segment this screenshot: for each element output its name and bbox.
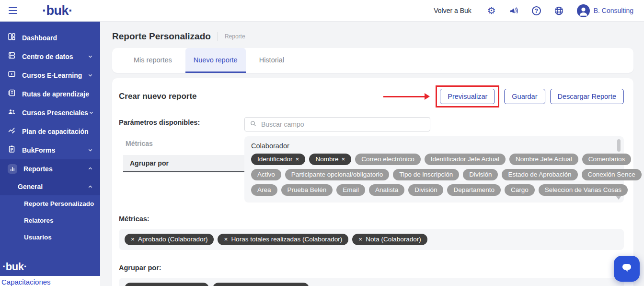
field-chip[interactable]: Activo	[251, 169, 281, 180]
sidebar-item-label: Centro de datos	[22, 53, 73, 60]
remove-icon: ×	[358, 236, 362, 243]
sidebar-item-cursos-elearning[interactable]: Cursos E-Learning	[0, 66, 100, 84]
group-chip[interactable]: ×Identificador (Colaborador)	[213, 283, 309, 286]
volver-a-buk-link[interactable]: Volver a Buk	[434, 7, 472, 14]
available-fields-panel: Colaborador Identificador× Nombre× Corre…	[244, 136, 624, 203]
field-chip[interactable]: Correo electrónico	[355, 154, 420, 165]
field-chip-selected[interactable]: Identificador×	[251, 154, 305, 165]
field-chip[interactable]: División	[463, 169, 498, 180]
tab-mis-reportes[interactable]: Mis reportes	[126, 48, 180, 73]
panel-scrollbar-thumb[interactable]	[617, 139, 621, 152]
previsualizar-button[interactable]: Previsualizar	[440, 89, 495, 104]
metric-chip[interactable]: ×Aprobado (Colaborador)	[125, 234, 214, 245]
parameters-left-column: Parámetros disponibles: Métricas Agrupar…	[119, 117, 244, 203]
field-category-label: Colaborador	[251, 142, 611, 150]
search-icon	[250, 120, 257, 129]
sidebar-item-plan-de-capacitacion[interactable]: Plan de capacitación	[0, 122, 100, 141]
chat-bubble-icon	[620, 261, 633, 276]
menu-icon[interactable]	[9, 7, 17, 14]
metricas-heading: Métricas:	[119, 215, 624, 223]
metric-chip[interactable]: ×Horas totales realizadas (Colaborador)	[218, 234, 348, 245]
field-chip-selected[interactable]: Nombre×	[309, 154, 351, 165]
sidebar-item-label: Cursos E-Learning	[22, 72, 82, 79]
field-chip-row: Identificador× Nombre× Correo electrónic…	[251, 154, 611, 165]
main-content: Reporte Personalizado Reporte Mis report…	[100, 22, 644, 286]
agrupar-por-heading: Agrupar por:	[119, 264, 624, 272]
book-icon	[8, 89, 16, 99]
sidebar-item-label: Dashboard	[22, 34, 57, 42]
remove-icon: ×	[296, 155, 299, 163]
globe-icon[interactable]	[554, 6, 564, 16]
buk-footer-logo: ·buk·	[2, 261, 27, 273]
dashboard-icon	[8, 33, 16, 43]
field-chip[interactable]: Tipo de inscripción	[393, 169, 459, 180]
chevron-down-icon	[87, 53, 93, 60]
field-chip[interactable]: Analista	[369, 184, 404, 196]
search-input[interactable]	[261, 120, 425, 128]
sidebar-item-reportes[interactable]: Reportes	[0, 159, 100, 178]
group-chip[interactable]: ×Nombre (Colaborador)	[125, 283, 209, 286]
avatar	[577, 4, 590, 17]
create-report-card: Crear nuevo reporte Previsualizar Guarda…	[112, 78, 633, 286]
capacitaciones-link[interactable]: Capacitaciones	[0, 276, 100, 286]
remove-icon: ×	[131, 236, 135, 243]
field-chip[interactable]: Seleccion de Varias Cosas	[539, 184, 628, 196]
metric-chip[interactable]: ×Nota (Colaborador)	[352, 234, 427, 245]
annotation-arrow	[383, 93, 430, 100]
field-chip[interactable]: Estado de Aprobación	[502, 169, 577, 180]
field-chip[interactable]: Prueba Belén	[281, 184, 333, 196]
chevron-up-icon	[87, 166, 93, 172]
chevron-down-icon	[88, 109, 94, 116]
sidebar-item-reporte-personalizado[interactable]: Reporte Personalizado	[0, 195, 100, 212]
field-chip[interactable]: Cargo	[505, 184, 535, 196]
field-chip[interactable]: Conexión Sence	[582, 169, 642, 180]
annotation-highlight-box: Previsualizar	[436, 85, 499, 107]
database-icon	[8, 51, 16, 61]
settings-icon[interactable]: ⚙	[487, 6, 496, 15]
remove-icon: ×	[341, 155, 345, 163]
guardar-button[interactable]: Guardar	[504, 89, 545, 104]
field-chip[interactable]: Departamento	[447, 184, 501, 196]
account-menu[interactable]: B. Consulting	[577, 4, 633, 17]
tab-nuevo-reporte[interactable]: Nuevo reporte	[185, 48, 246, 73]
sidebar-subsection-label: General	[18, 183, 43, 191]
field-chip[interactable]: Area	[251, 184, 277, 196]
sidebar-item-usuarios[interactable]: Usuarios	[0, 229, 100, 246]
sidebar-item-centro-de-datos[interactable]: Centro de datos	[0, 47, 100, 66]
tab-historial[interactable]: Historial	[251, 48, 292, 73]
sidebar-item-general[interactable]: General	[0, 178, 100, 195]
panel-scroll-down-arrow[interactable]	[616, 196, 621, 200]
field-chip[interactable]: Identificador Jefe Actual	[425, 154, 506, 165]
field-chip[interactable]: Comentarios	[582, 154, 632, 165]
param-tab-agrupar-por[interactable]: Agrupar por	[123, 155, 244, 172]
video-screen-icon	[8, 70, 16, 80]
sidebar-item-label: Cursos Presenciales	[22, 109, 88, 117]
param-tab-metricas[interactable]: Métricas	[119, 136, 244, 152]
megaphone-icon[interactable]	[509, 6, 519, 16]
card-actions: Previsualizar Guardar Descargar Reporte	[383, 85, 624, 107]
account-name: B. Consulting	[594, 7, 633, 14]
sidebar-item-cursos-presenciales[interactable]: Cursos Presenciales	[0, 103, 100, 122]
chat-widget-button[interactable]	[614, 256, 640, 282]
metricas-selected-panel: ×Aprobado (Colaborador) ×Horas totales r…	[119, 229, 624, 250]
sidebar-item-rutas-de-aprendizaje[interactable]: Rutas de aprendizaje	[0, 84, 100, 103]
help-icon[interactable]: ?	[532, 6, 541, 15]
sidebar-item-bukforms[interactable]: BukForms	[0, 141, 100, 159]
page-title: Reporte Personalizado	[112, 31, 211, 42]
sidebar-footer: ·buk·	[0, 252, 100, 276]
breadcrumb-divider	[218, 32, 218, 41]
app-window: ·buk· Volver a Buk ⚙ ?	[0, 0, 644, 286]
descargar-reporte-button[interactable]: Descargar Reporte	[550, 89, 624, 104]
field-chip[interactable]: Participante opcional/obligatorio	[285, 169, 389, 180]
sidebar-item-label: BukForms	[22, 146, 55, 154]
sidebar-nav: Dashboard Centro de datos	[0, 22, 100, 252]
sidebar-item-relatores[interactable]: Relatores	[0, 212, 100, 229]
sidebar-item-dashboard[interactable]: Dashboard	[0, 28, 100, 47]
chevron-up-icon	[87, 184, 93, 190]
field-chip[interactable]: Email	[336, 184, 365, 196]
field-chip[interactable]: División	[408, 184, 443, 196]
card-header: Crear nuevo reporte Previsualizar Guarda…	[119, 85, 624, 107]
sidebar-item-clipped[interactable]: Datos de capacitación	[0, 246, 100, 252]
clipboard-icon	[8, 145, 16, 155]
field-chip[interactable]: Nombre Jefe Actual	[509, 154, 578, 165]
